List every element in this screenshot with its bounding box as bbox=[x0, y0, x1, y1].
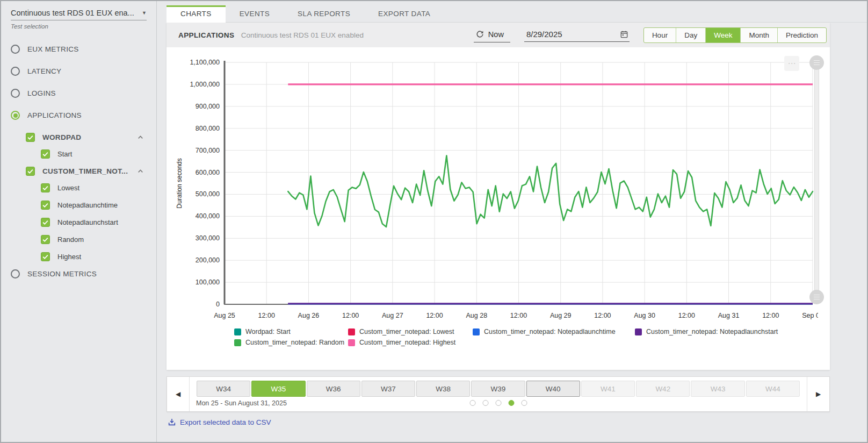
checkbox-checked-icon bbox=[41, 235, 50, 244]
week-button-w36[interactable]: W36 bbox=[307, 381, 360, 397]
chevron-up-icon[interactable] bbox=[136, 167, 144, 175]
main-area: CHARTSEVENTSSLA REPORTSEXPORT DATA APPLI… bbox=[157, 1, 867, 442]
legend-label: Custom_timer_notepad: Lowest bbox=[359, 328, 454, 335]
svg-text:600,000: 600,000 bbox=[196, 169, 220, 176]
week-button-w38[interactable]: W38 bbox=[416, 381, 470, 397]
sidebar-item-random[interactable]: Random bbox=[41, 235, 147, 244]
sidebar-item-start[interactable]: Start bbox=[41, 149, 147, 159]
sidebar-item-applications[interactable]: APPLICATIONS bbox=[11, 111, 147, 120]
sidebar-item-session-metrics[interactable]: SESSION METRICS bbox=[11, 269, 147, 278]
svg-text:12:00: 12:00 bbox=[762, 312, 779, 319]
svg-text:Duration seconds: Duration seconds bbox=[176, 158, 183, 208]
tab-bar: CHARTSEVENTSSLA REPORTSEXPORT DATA bbox=[167, 1, 867, 23]
week-button-w42: W42 bbox=[636, 381, 690, 397]
time-range-group: HourDayWeekMonthPrediction bbox=[643, 27, 827, 43]
sidebar-item-wordpad[interactable]: WORDPAD bbox=[26, 133, 147, 142]
radio-icon bbox=[11, 89, 20, 98]
week-button-w43: W43 bbox=[691, 381, 744, 397]
prev-arrow-icon[interactable]: ◀ bbox=[167, 377, 190, 411]
calendar-icon[interactable] bbox=[620, 30, 628, 39]
sidebar: Continuous test RDS 01 EUX ena... ▼ Test… bbox=[1, 1, 157, 442]
sidebar-item-latency[interactable]: LATENCY bbox=[11, 67, 147, 76]
week-button-w34[interactable]: W34 bbox=[197, 381, 250, 397]
sidebar-item-label: WORDPAD bbox=[42, 133, 81, 141]
chevron-up-icon[interactable] bbox=[136, 133, 144, 141]
svg-text:Sep 01: Sep 01 bbox=[802, 312, 818, 319]
svg-text:12:00: 12:00 bbox=[258, 312, 275, 319]
tab-charts[interactable]: CHARTS bbox=[167, 5, 226, 23]
legend-item-custom-timer-notepad-notepadlaunchstart[interactable]: Custom_timer_notepad: Notepadlaunchstart bbox=[635, 328, 830, 335]
page-dot-3[interactable] bbox=[495, 400, 501, 406]
range-button-week[interactable]: Week bbox=[705, 28, 740, 42]
svg-text:500,000: 500,000 bbox=[196, 190, 220, 198]
legend-label: Custom_timer_notepad: Highest bbox=[359, 339, 455, 346]
week-button-w40[interactable]: W40 bbox=[526, 381, 580, 397]
legend-label: Custom_timer_notepad: Random bbox=[245, 339, 344, 346]
slider-handle-icon[interactable] bbox=[809, 290, 824, 304]
svg-text:12:00: 12:00 bbox=[510, 312, 527, 319]
legend-item-wordpad-start[interactable]: Wordpad: Start bbox=[234, 328, 348, 335]
checkbox-checked-icon bbox=[41, 252, 50, 261]
sidebar-item-label: Random bbox=[57, 235, 84, 244]
svg-text:Aug 25: Aug 25 bbox=[214, 312, 235, 319]
range-button-month[interactable]: Month bbox=[740, 28, 777, 42]
tab-export-data[interactable]: EXPORT DATA bbox=[364, 5, 444, 22]
refresh-icon bbox=[476, 30, 484, 38]
chart-menu-icon[interactable]: ⋯ bbox=[784, 56, 799, 71]
chart-legend: Wordpad: StartCustom_timer_notepad: Lowe… bbox=[234, 328, 830, 346]
legend-item-custom-timer-notepad-highest[interactable]: Custom_timer_notepad: Highest bbox=[348, 339, 473, 346]
tab-sla-reports[interactable]: SLA REPORTS bbox=[284, 5, 364, 22]
sidebar-item-eux-metrics[interactable]: EUX METRICS bbox=[11, 45, 147, 54]
svg-text:12:00: 12:00 bbox=[426, 312, 443, 319]
legend-swatch bbox=[234, 339, 241, 346]
next-arrow-icon[interactable]: ▶ bbox=[807, 377, 829, 411]
export-csv-link[interactable]: Export selected data to CSV bbox=[180, 418, 271, 426]
tab-events[interactable]: EVENTS bbox=[226, 5, 284, 22]
page-dot-1[interactable] bbox=[469, 400, 475, 406]
week-button-w37[interactable]: W37 bbox=[361, 381, 415, 397]
test-selector-dropdown[interactable]: Continuous test RDS 01 EUX ena... ▼ bbox=[11, 9, 147, 20]
range-button-prediction[interactable]: Prediction bbox=[777, 28, 826, 42]
svg-text:Aug 30: Aug 30 bbox=[634, 312, 655, 319]
chart-plot: 0100,000200,000300,000400,000500,000600,… bbox=[171, 55, 818, 324]
vertical-zoom-track[interactable] bbox=[814, 62, 819, 304]
test-selector-label: Test selection bbox=[11, 23, 147, 30]
slider-handle-icon[interactable] bbox=[809, 55, 824, 70]
legend-item-custom-timer-notepad-lowest[interactable]: Custom_timer_notepad: Lowest bbox=[348, 328, 473, 335]
week-button-w41: W41 bbox=[581, 381, 635, 397]
sidebar-item-label: Lowest bbox=[57, 184, 79, 192]
sidebar-item-notepadlaunchstart[interactable]: Notepadlaunchstart bbox=[41, 218, 147, 227]
sidebar-item-label: Notepadlaunchtime bbox=[57, 201, 118, 209]
svg-text:1,000,000: 1,000,000 bbox=[190, 81, 220, 88]
sidebar-item-label: SESSION METRICS bbox=[27, 270, 97, 278]
page-dot-2[interactable] bbox=[482, 400, 488, 406]
sidebar-item-label: APPLICATIONS bbox=[27, 111, 82, 119]
sidebar-item-label: EUX METRICS bbox=[27, 45, 79, 53]
week-button-w39[interactable]: W39 bbox=[471, 381, 525, 397]
svg-text:12:00: 12:00 bbox=[342, 312, 359, 319]
radio-icon bbox=[11, 67, 20, 76]
svg-text:100,000: 100,000 bbox=[196, 278, 220, 286]
range-button-day[interactable]: Day bbox=[676, 28, 705, 42]
date-input[interactable]: 8/29/2025 bbox=[524, 28, 630, 42]
page-dot-5[interactable] bbox=[521, 400, 527, 406]
legend-swatch bbox=[348, 339, 355, 346]
svg-text:0: 0 bbox=[216, 301, 220, 308]
week-button-w35[interactable]: W35 bbox=[251, 381, 305, 397]
test-selector-value: Continuous test RDS 01 EUX ena... bbox=[11, 9, 134, 17]
sidebar-item-lowest[interactable]: Lowest bbox=[41, 183, 147, 192]
legend-item-custom-timer-notepad-random[interactable]: Custom_timer_notepad: Random bbox=[234, 339, 348, 346]
sidebar-item-notepadlaunchtime[interactable]: Notepadlaunchtime bbox=[41, 201, 147, 210]
page-dot-4[interactable] bbox=[508, 400, 514, 406]
sidebar-item-label: LATENCY bbox=[27, 67, 61, 75]
range-button-hour[interactable]: Hour bbox=[644, 28, 676, 42]
checkbox-checked-icon bbox=[26, 167, 35, 176]
sidebar-item-logins[interactable]: LOGINS bbox=[11, 89, 147, 98]
sidebar-item-highest[interactable]: Highest bbox=[41, 252, 147, 261]
sidebar-item-custom-timer-not[interactable]: CUSTOM_TIMER_NOT... bbox=[26, 167, 147, 176]
now-refresh-button[interactable]: Now bbox=[474, 28, 510, 42]
metric-list: EUX METRICSLATENCYLOGINSAPPLICATIONSWORD… bbox=[11, 45, 147, 278]
checkbox-checked-icon bbox=[26, 133, 35, 142]
sidebar-item-label: Start bbox=[57, 150, 72, 158]
legend-item-custom-timer-notepad-notepadlaunchtime[interactable]: Custom_timer_notepad: Notepadlaunchtime bbox=[473, 328, 635, 335]
